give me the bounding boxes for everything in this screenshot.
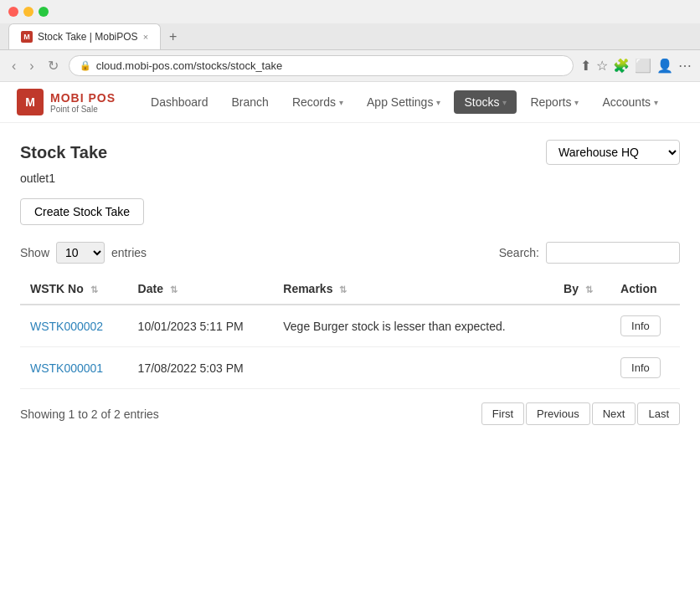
tab-bar: M Stock Take | MobiPOS × + — [0, 23, 700, 50]
browser-toolbar-icons: ⬆ ☆ 🧩 ⬜ 👤 ⋯ — [580, 58, 692, 74]
tab-favicon: M — [21, 31, 33, 43]
show-label: Show — [20, 246, 49, 259]
page-header: Stock Take Warehouse HQ — [20, 140, 680, 165]
url-text: cloud.mobi-pos.com/stocks/stock_take — [96, 59, 563, 72]
wstk-link-2[interactable]: WSTK000001 — [30, 361, 103, 375]
page-content: Stock Take Warehouse HQ outlet1 Create S… — [0, 123, 700, 442]
date-cell-2: 17/08/2022 5:03 PM — [128, 347, 274, 389]
nav-item-app-settings[interactable]: App Settings ▾ — [357, 90, 450, 114]
nav-item-reports[interactable]: Reports ▾ — [520, 90, 589, 114]
wstk-no-cell-2: WSTK000001 — [20, 347, 128, 389]
close-light[interactable] — [8, 7, 18, 17]
col-remarks: Remarks ⇅ — [273, 274, 553, 305]
back-button[interactable]: ‹ — [8, 57, 19, 75]
action-cell-1: Info — [610, 305, 680, 347]
address-bar: ‹ › ↻ 🔒 cloud.mobi-pos.com/stocks/stock_… — [0, 50, 700, 81]
stocks-dropdown-icon: ▾ — [502, 98, 507, 107]
date-sort-icon[interactable]: ⇅ — [170, 284, 178, 295]
by-cell-2 — [553, 347, 610, 389]
warehouse-select[interactable]: Warehouse HQ — [546, 140, 680, 165]
pagination: First Previous Next Last — [481, 402, 680, 425]
info-button-1[interactable]: Info — [620, 315, 661, 336]
entries-label: entries — [111, 246, 147, 259]
col-by: By ⇅ — [553, 274, 610, 305]
main-nav: Dashboard Branch Records ▾ App Settings … — [141, 90, 683, 114]
col-date-label: Date — [138, 282, 163, 295]
minimize-light[interactable] — [23, 7, 33, 17]
col-action-label: Action — [620, 282, 657, 295]
col-remarks-label: Remarks — [283, 282, 332, 295]
nav-reports-label: Reports — [530, 95, 571, 109]
app-settings-dropdown-icon: ▾ — [436, 98, 440, 107]
forward-button[interactable]: › — [26, 57, 37, 75]
extensions-icon[interactable]: 🧩 — [613, 58, 630, 74]
col-date: Date ⇅ — [128, 274, 274, 305]
logo-icon-text: M — [25, 95, 35, 109]
table-row: WSTK000002 10/01/2023 5:11 PM Vege Burge… — [20, 305, 680, 347]
logo-name: MOBI POS — [50, 91, 116, 105]
nav-item-branch[interactable]: Branch — [222, 90, 279, 114]
table-controls: Show 10 25 50 100 entries Search: — [20, 242, 680, 264]
browser-tab[interactable]: M Stock Take | MobiPOS × — [8, 23, 161, 49]
nav-item-accounts[interactable]: Accounts ▾ — [592, 90, 668, 114]
nav-item-dashboard[interactable]: Dashboard — [141, 90, 219, 114]
accounts-dropdown-icon: ▾ — [654, 98, 658, 107]
bookmark-icon[interactable]: ☆ — [596, 58, 608, 74]
sidebar-icon[interactable]: ⬜ — [635, 58, 651, 74]
table-row: WSTK000001 17/08/2022 5:03 PM Info — [20, 347, 680, 389]
nav-branch-label: Branch — [232, 95, 269, 109]
date-cell-1: 10/01/2023 5:11 PM — [128, 305, 274, 347]
nav-accounts-label: Accounts — [602, 95, 651, 109]
url-bar[interactable]: 🔒 cloud.mobi-pos.com/stocks/stock_take — [69, 55, 574, 76]
last-page-button[interactable]: Last — [637, 402, 680, 425]
page-title: Stock Take — [20, 143, 107, 162]
nav-records-label: Records — [292, 95, 336, 109]
wstk-link-1[interactable]: WSTK000002 — [30, 320, 103, 333]
col-wstk-no: WSTK No ⇅ — [20, 274, 128, 305]
col-by-label: By — [564, 282, 579, 295]
new-tab-button[interactable]: + — [164, 28, 182, 46]
remarks-cell-1: Vege Burger stock is lesser than expecte… — [273, 305, 553, 347]
show-entries-control: Show 10 25 50 100 entries — [20, 242, 147, 264]
search-input[interactable] — [546, 242, 680, 264]
action-cell-2: Info — [610, 347, 680, 389]
remarks-cell-2 — [273, 347, 553, 389]
logo-icon: M — [17, 89, 44, 115]
col-action: Action — [610, 274, 680, 305]
first-page-button[interactable]: First — [481, 402, 524, 425]
nav-app-settings-label: App Settings — [367, 95, 433, 109]
create-stock-take-button[interactable]: Create Stock Take — [20, 198, 144, 225]
info-button-2[interactable]: Info — [620, 357, 661, 378]
next-page-button[interactable]: Next — [592, 402, 636, 425]
nav-item-stocks[interactable]: Stocks ▾ — [454, 90, 517, 114]
logo-sub: Point of Sale — [50, 105, 116, 114]
traffic-lights — [8, 7, 49, 17]
by-cell-1 — [553, 305, 610, 347]
tab-title: Stock Take | MobiPOS — [38, 31, 138, 43]
lock-icon: 🔒 — [80, 60, 91, 71]
logo-text: MOBI POS Point of Sale — [50, 91, 116, 114]
table-footer: Showing 1 to 2 of 2 entries First Previo… — [20, 402, 680, 425]
nav-stocks-label: Stocks — [464, 95, 499, 109]
search-box: Search: — [499, 242, 680, 264]
stock-take-table: WSTK No ⇅ Date ⇅ Remarks ⇅ By ⇅ Action — [20, 274, 680, 389]
by-sort-icon[interactable]: ⇅ — [585, 284, 593, 295]
maximize-light[interactable] — [39, 7, 49, 17]
nav-item-records[interactable]: Records ▾ — [282, 90, 353, 114]
previous-page-button[interactable]: Previous — [526, 402, 590, 425]
menu-icon[interactable]: ⋯ — [678, 58, 692, 74]
tab-close-icon[interactable]: × — [143, 32, 148, 42]
share-icon[interactable]: ⬆ — [580, 58, 591, 74]
table-body: WSTK000002 10/01/2023 5:11 PM Vege Burge… — [20, 305, 680, 389]
outlet-label: outlet1 — [20, 172, 680, 185]
wstk-no-sort-icon[interactable]: ⇅ — [90, 284, 98, 295]
wstk-no-cell: WSTK000002 — [20, 305, 128, 347]
records-dropdown-icon: ▾ — [339, 98, 343, 107]
nav-dashboard-label: Dashboard — [151, 95, 208, 109]
refresh-button[interactable]: ↻ — [44, 56, 62, 75]
search-label: Search: — [499, 246, 539, 259]
remarks-sort-icon[interactable]: ⇅ — [339, 284, 347, 295]
table-header: WSTK No ⇅ Date ⇅ Remarks ⇅ By ⇅ Action — [20, 274, 680, 305]
entries-select[interactable]: 10 25 50 100 — [56, 242, 105, 264]
profile-icon[interactable]: 👤 — [656, 58, 673, 74]
